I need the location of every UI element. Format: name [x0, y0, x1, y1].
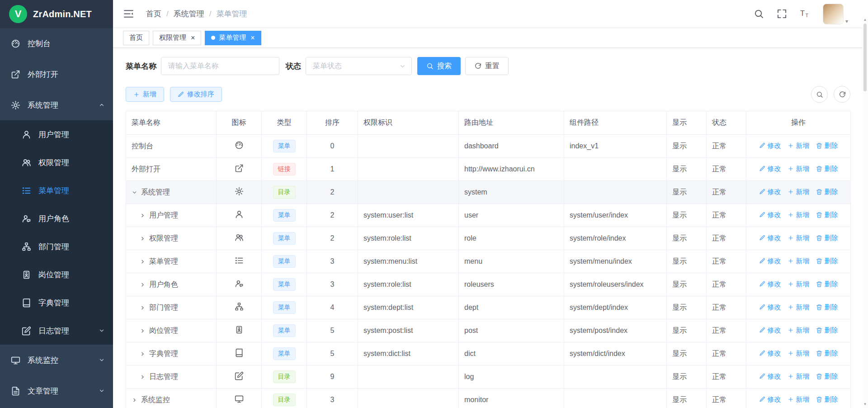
avatar[interactable] — [823, 4, 844, 24]
scroll-up-icon[interactable]: ▲ — [863, 18, 867, 22]
delete-link[interactable]: 删除 — [816, 142, 838, 150]
hamburger-icon[interactable] — [123, 8, 134, 19]
add-link[interactable]: 新增 — [788, 349, 810, 358]
tab-menu[interactable]: 菜单管理× — [205, 31, 261, 45]
show-search-button[interactable] — [811, 86, 828, 103]
user-menu[interactable]: ▾ — [823, 4, 848, 24]
status-select[interactable]: 菜单状态 — [306, 57, 412, 75]
add-link[interactable]: 新增 — [788, 142, 810, 150]
sidebar-item-system[interactable]: 系统管理 — [0, 90, 113, 120]
delete-link[interactable]: 删除 — [816, 303, 838, 312]
table-row[interactable]: 岗位管理菜单5system:post:listpostsystem/post/i… — [126, 319, 851, 342]
sidebar-item-menu[interactable]: 菜单管理 — [0, 176, 113, 204]
table-row[interactable]: 外部打开链接1http://www.izhaorui.cn显示正常修改新增删除 — [126, 158, 851, 181]
chevron-right-icon[interactable] — [140, 213, 146, 218]
add-link[interactable]: 新增 — [788, 303, 810, 312]
add-link[interactable]: 新增 — [788, 188, 810, 196]
edit-link[interactable]: 修改 — [759, 372, 781, 381]
edit-link[interactable]: 修改 — [759, 326, 781, 335]
chevron-down-icon[interactable] — [132, 190, 137, 195]
scroll-down-icon[interactable]: ▼ — [863, 402, 867, 407]
close-icon[interactable]: × — [191, 34, 195, 42]
breadcrumb-item[interactable]: 首页 — [146, 9, 161, 19]
table-row[interactable]: 日志管理目录9log显示正常修改新增删除 — [126, 365, 851, 389]
delete-link[interactable]: 删除 — [816, 372, 838, 381]
sidebar-item-monitor[interactable]: 系统监控 — [0, 345, 113, 375]
search-icon[interactable] — [754, 9, 764, 19]
sidebar-item-article[interactable]: 文章管理 — [0, 375, 113, 406]
chevron-right-icon[interactable] — [140, 282, 146, 288]
chevron-right-icon[interactable] — [140, 374, 146, 380]
sidebar-item-external[interactable]: 外部打开 — [0, 59, 113, 90]
edit-link[interactable]: 修改 — [759, 395, 781, 404]
edit-link[interactable]: 修改 — [759, 257, 781, 266]
font-size-icon[interactable]: TT — [800, 9, 810, 19]
add-link[interactable]: 新增 — [788, 395, 810, 404]
add-link[interactable]: 新增 — [788, 257, 810, 266]
table-row[interactable]: 系统管理目录2system显示正常修改新增删除 — [126, 181, 851, 204]
table-row[interactable]: 用户角色菜单3system:role:listroleuserssystem/r… — [126, 273, 851, 296]
edit-sort-button[interactable]: 修改排序 — [170, 87, 222, 102]
chevron-right-icon[interactable] — [140, 328, 146, 334]
table-row[interactable]: 菜单管理菜单3system:menu:listmenusystem/menu/i… — [126, 250, 851, 273]
scrollbar-thumb[interactable] — [863, 24, 867, 91]
table-row[interactable]: 控制台菜单0dashboardindex_v1显示正常修改新增删除 — [126, 135, 851, 158]
delete-link[interactable]: 删除 — [816, 326, 838, 335]
chevron-right-icon[interactable] — [140, 351, 146, 357]
tab-role[interactable]: 权限管理× — [153, 31, 201, 45]
edit-link[interactable]: 修改 — [759, 165, 781, 173]
chevron-right-icon[interactable] — [140, 236, 146, 242]
close-icon[interactable]: × — [250, 34, 255, 42]
delete-link[interactable]: 删除 — [816, 280, 838, 289]
chevron-right-icon[interactable] — [132, 397, 137, 403]
delete-link[interactable]: 删除 — [816, 234, 838, 242]
sidebar-item-dept[interactable]: 部门管理 — [0, 232, 113, 261]
sidebar-item-post[interactable]: 岗位管理 — [0, 261, 113, 289]
menu-name-input[interactable] — [161, 57, 279, 75]
edit-link[interactable]: 修改 — [759, 280, 781, 289]
chevron-right-icon[interactable] — [140, 259, 146, 265]
sidebar-item-dashboard[interactable]: 控制台 — [0, 28, 113, 59]
sidebar-item-log[interactable]: 日志管理 — [0, 317, 113, 345]
delete-link[interactable]: 删除 — [816, 395, 838, 404]
column-header: 权限标识 — [358, 111, 459, 135]
edit-link[interactable]: 修改 — [759, 211, 781, 219]
table-row[interactable]: 字典管理菜单5system:dict:listdictsystem/dict/i… — [126, 342, 851, 365]
add-link[interactable]: 新增 — [788, 372, 810, 381]
type-tag: 链接 — [273, 163, 296, 176]
breadcrumb-item[interactable]: 菜单管理 — [216, 9, 247, 19]
sidebar-item-user[interactable]: 用户管理 — [0, 120, 113, 148]
delete-link[interactable]: 删除 — [816, 165, 838, 173]
search-button[interactable]: 搜索 — [417, 57, 461, 75]
refresh-table-button[interactable] — [834, 86, 850, 103]
breadcrumb-item[interactable]: 系统管理 — [174, 9, 204, 19]
add-link[interactable]: 新增 — [788, 165, 810, 173]
tab-home[interactable]: 首页 — [123, 31, 149, 45]
page-scrollbar[interactable]: ▲ ▼ — [862, 16, 868, 408]
edit-link[interactable]: 修改 — [759, 142, 781, 150]
reset-button[interactable]: 重置 — [465, 57, 509, 75]
table-row[interactable]: 权限管理菜单2system:role:listrolesystem/role/i… — [126, 227, 851, 250]
app-logo[interactable]: V ZrAdmin.NET — [0, 0, 113, 28]
delete-link[interactable]: 删除 — [816, 257, 838, 266]
edit-link[interactable]: 修改 — [759, 188, 781, 196]
sidebar-item-dict[interactable]: 字典管理 — [0, 289, 113, 317]
delete-link[interactable]: 删除 — [816, 349, 838, 358]
chevron-right-icon[interactable] — [140, 305, 146, 311]
sidebar-item-roleusers[interactable]: 用户角色 — [0, 204, 113, 232]
table-row[interactable]: 用户管理菜单2system:user:listusersystem/user/i… — [126, 204, 851, 227]
sidebar-item-role[interactable]: 权限管理 — [0, 148, 113, 176]
table-row[interactable]: 部门管理菜单4system:dept:listdeptsystem/dept/i… — [126, 296, 851, 319]
fullscreen-icon[interactable] — [777, 9, 787, 19]
delete-link[interactable]: 删除 — [816, 211, 838, 219]
add-link[interactable]: 新增 — [788, 211, 810, 219]
edit-link[interactable]: 修改 — [759, 303, 781, 312]
add-link[interactable]: 新增 — [788, 280, 810, 289]
delete-link[interactable]: 删除 — [816, 188, 838, 196]
edit-link[interactable]: 修改 — [759, 234, 781, 242]
add-link[interactable]: 新增 — [788, 234, 810, 242]
add-link[interactable]: 新增 — [788, 326, 810, 335]
edit-link[interactable]: 修改 — [759, 349, 781, 358]
table-row[interactable]: 系统监控目录3monitor显示正常修改新增删除 — [126, 389, 851, 408]
add-button[interactable]: 新增 — [126, 87, 164, 102]
